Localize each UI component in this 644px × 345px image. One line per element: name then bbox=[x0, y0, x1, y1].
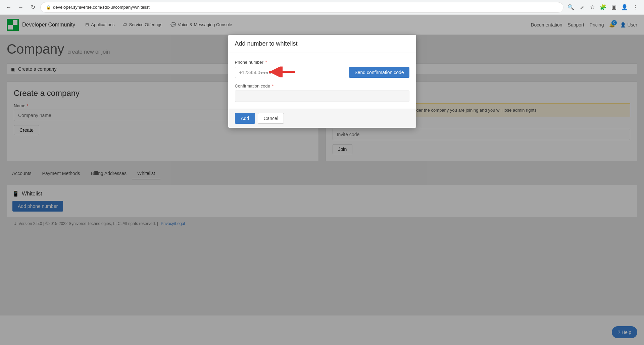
lock-icon: 🔒 bbox=[46, 5, 51, 10]
back-button[interactable]: ← bbox=[4, 3, 13, 12]
profile-icon[interactable]: 👤 bbox=[620, 3, 629, 12]
extensions-icon[interactable]: 🧩 bbox=[598, 3, 608, 12]
reload-button[interactable]: ↻ bbox=[28, 3, 38, 12]
add-button[interactable]: Add bbox=[235, 113, 255, 124]
phone-number-label: Phone number * bbox=[235, 60, 409, 65]
menu-icon[interactable]: ⋮ bbox=[631, 3, 640, 12]
phone-number-input[interactable] bbox=[235, 67, 347, 78]
search-icon[interactable]: 🔍 bbox=[566, 3, 576, 12]
modal-title: Add number to whitelist bbox=[235, 40, 298, 47]
browser-icons: 🔍 ⇗ ☆ 🧩 ▣ 👤 ⋮ bbox=[566, 3, 640, 12]
confirmation-code-input[interactable] bbox=[235, 91, 409, 102]
send-confirmation-code-button[interactable]: Send confirmation code bbox=[349, 67, 409, 78]
url-text: developer.syniverse.com/sdc-ui/company/w… bbox=[53, 5, 150, 10]
modal-overlay: Add number to whitelist Phone number * bbox=[0, 15, 644, 315]
modal-footer: Add Cancel bbox=[228, 109, 416, 128]
browser-chrome: ← → ↻ 🔒 developer.syniverse.com/sdc-ui/c… bbox=[0, 0, 644, 15]
bookmark-icon[interactable]: ☆ bbox=[588, 3, 597, 12]
cancel-button[interactable]: Cancel bbox=[258, 113, 284, 124]
share-icon[interactable]: ⇗ bbox=[577, 3, 586, 12]
modal-header: Add number to whitelist bbox=[228, 35, 416, 53]
modal-body: Phone number * bbox=[228, 53, 416, 109]
sidebar-icon[interactable]: ▣ bbox=[609, 3, 618, 12]
address-bar[interactable]: 🔒 developer.syniverse.com/sdc-ui/company… bbox=[40, 2, 563, 13]
confirmation-code-label: Confirmation code * bbox=[235, 83, 409, 89]
forward-button[interactable]: → bbox=[16, 3, 26, 12]
modal: Add number to whitelist Phone number * bbox=[228, 35, 416, 128]
